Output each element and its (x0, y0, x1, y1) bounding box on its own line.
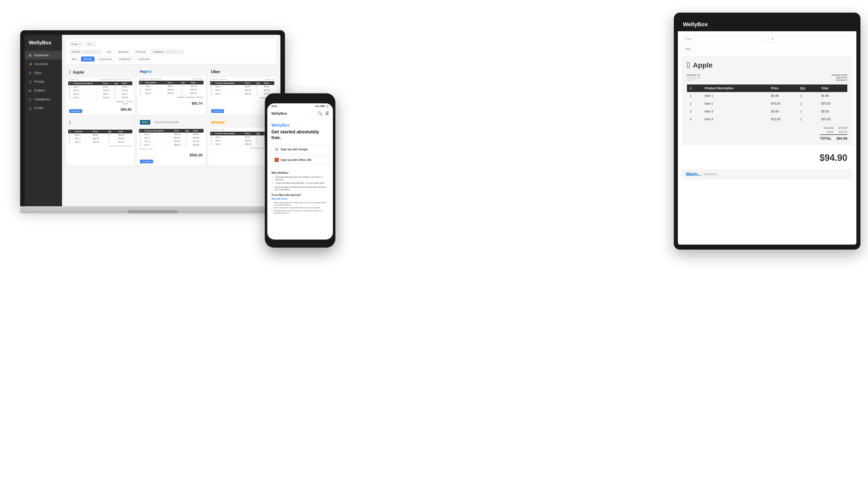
google-icon (275, 147, 279, 151)
filter-bar: From ✕ To ✕ Vendor Enter Vendor ✕ (66, 39, 276, 64)
to-input[interactable]: To ✕ (85, 41, 96, 47)
phone-time: 10:10 (271, 105, 277, 107)
taxes-row: Taxes ... (123, 103, 133, 105)
walmart-brand-label: BRANDING (703, 173, 717, 176)
bullet-icon-3: • (271, 210, 272, 212)
tablet-screen: WellyBox From To Any  Apple (678, 18, 856, 245)
uber-download-button[interactable]: Download (211, 109, 224, 113)
tablet-filter-row: From To (682, 35, 852, 42)
to-label: To (88, 43, 91, 45)
amazon-company: COMPANY NAME (210, 129, 224, 131)
tablet-big-total: $94.90 (682, 148, 852, 167)
tablet-apple-logo-icon:  (687, 61, 690, 70)
phone-menu-icon[interactable]: ☰ (325, 111, 329, 116)
category-placeholder: Select One (166, 50, 178, 53)
table-row: 1Item 1$9.002$18.00 (68, 133, 132, 137)
ikea-logo: IKEA (140, 120, 150, 124)
vendor-clear[interactable]: ✕ (98, 50, 100, 53)
paypal-invoice-info: Invoice details (192, 78, 203, 80)
phone-battery-icon: 🔋 (326, 105, 329, 107)
tablet-walmart-section: Walm... BRANDING (682, 169, 852, 180)
sidebar-item-profile[interactable]: ◎ Profile (25, 104, 62, 113)
tablet-header: WellyBox (678, 18, 856, 31)
sidebar-item-sync[interactable]: ↻ Sync (25, 68, 62, 77)
apple-vendor-name: Apple (73, 70, 84, 75)
sidebar-item-categories[interactable]: ⊙ Categories (25, 95, 62, 104)
category-input[interactable]: Category Select One ✕ (150, 49, 184, 54)
phone-notch (288, 96, 313, 102)
tablet-apple-name: Apple (693, 61, 713, 69)
sync-icon: ↻ (29, 71, 32, 75)
uber-invoice-info: Invoice info (265, 78, 274, 80)
sidebar-entities-label: Entities (34, 89, 45, 92)
vendor-input[interactable]: Vendor Enter Vendor ✕ (69, 49, 102, 54)
from-input[interactable]: From ✕ (69, 41, 83, 47)
phone-tagline: Get started absolutely free. (271, 129, 329, 141)
phone-signal-icon: ●●● (315, 105, 319, 107)
phone-feature-1: ✓ Automatically discover all receipts & … (267, 175, 333, 181)
phone-status-bar: 10:10 ●●● WiFi 🔋 (267, 103, 333, 109)
phone-never-item-2: • Send emails from any emails that you d… (267, 206, 333, 209)
never-item-2-text: Send emails from any emails that you don… (274, 207, 320, 209)
status-irrelevant[interactable]: Irrelevant (135, 56, 152, 62)
col-num: # (68, 81, 73, 85)
paypal-invoice-table: #DescriptionPriceQtyTotal 1Item 1$9.002$… (139, 81, 203, 95)
category-clear[interactable]: ✕ (180, 50, 182, 53)
table-row: 2Item 2$30.001$30.00 (210, 89, 274, 92)
phone: 10:10 ●●● WiFi 🔋 WellyBox 🔍 ☰ WellyBox G… (265, 93, 336, 248)
sidebar-item-entities[interactable]: ◈ Entities (25, 86, 62, 95)
date-filter-row: From ✕ To ✕ (69, 41, 273, 47)
phone-search-icon[interactable]: 🔍 (318, 111, 323, 116)
phone-office-signup-button[interactable]: O Sign Up with Office 365 (271, 156, 329, 164)
status-any[interactable]: Any (69, 56, 79, 62)
sidebar-item-expenses[interactable]: ⊞ Expenses (25, 51, 62, 60)
status-in-process[interactable]: In process (96, 56, 115, 62)
to-clear[interactable]: ✕ (91, 43, 93, 45)
amazon-logo: amazon (211, 120, 225, 124)
tablet-from-input[interactable]: From (682, 35, 766, 42)
filter-tag-personal[interactable]: Personal (133, 50, 148, 54)
ikea-terms: Additional notes (139, 148, 203, 150)
invoice-header-apple:  Apple (66, 67, 134, 78)
tablet-content: From To Any  Apple INVOICE TO Compa (678, 31, 856, 184)
filter-tag-business[interactable]: Business (116, 50, 131, 54)
laptop-base (20, 206, 285, 213)
ikea-download-button[interactable]: Download (140, 160, 153, 163)
phone-home-indicator (288, 241, 313, 243)
status-ready[interactable]: Ready (81, 56, 95, 62)
check-icon-3: ✓ (271, 186, 273, 189)
phone-google-signup-button[interactable]: Sign Up with Google (271, 145, 329, 154)
from-clear[interactable]: ✕ (79, 43, 81, 45)
tablet-col-desc: Product Description (701, 84, 768, 92)
tablet-tag-any[interactable]: Any (682, 45, 694, 52)
paypal-subtotal: Subtotal / Shipping / Discount (177, 96, 203, 99)
phone-bezel: 10:10 ●●● WiFi 🔋 WellyBox 🔍 ☰ WellyBox G… (265, 93, 336, 248)
phone-header-icons: 🔍 ☰ (318, 111, 329, 116)
tablet-invoice-dates: INVOICE DATE DUE DATE INVOICE # (831, 74, 847, 81)
laptop: WellyBox ⊞ Expenses ⚡ Accounts ↻ Sync ◫ … (20, 30, 285, 213)
walmart-logo: Walm... (686, 172, 701, 177)
tablet-invoice-to: INVOICE TO Company nameAddress (687, 74, 701, 81)
col-desc: Product Description (73, 81, 102, 85)
sidebar-categories-label: Categories (34, 97, 50, 101)
vendor-filter-row: Vendor Enter Vendor ✕ Any Business Perso… (69, 49, 273, 54)
invoice-card-ikea: IKEA TAGLINE SPACE HERE #Product Descrip… (137, 118, 205, 166)
grid-icon: ⊞ (29, 53, 32, 57)
category-label: Category (153, 50, 164, 53)
apple-download-button[interactable]: Download (69, 109, 82, 113)
sidebar-item-portals[interactable]: ◫ Portals (25, 77, 62, 86)
table-row: 1Item 1$9.901$4.90 (68, 85, 132, 89)
sidebar: WellyBox ⊞ Expenses ⚡ Accounts ↻ Sync ◫ … (25, 35, 62, 206)
table-row: 1Item 1$9.901$4.90 (687, 92, 847, 100)
sidebar-logo: WellyBox (25, 40, 62, 51)
sidebar-item-accounts[interactable]: ⚡ Accounts (25, 60, 62, 68)
tablet-to-input[interactable]: To (768, 35, 852, 42)
sidebar-expenses-label: Expenses (34, 53, 49, 57)
tablet-invoice-table: # Product Description Price Qty Total 1I… (687, 84, 847, 123)
filter-tag-any[interactable]: Any (104, 50, 114, 54)
link-icon: ⚡ (29, 62, 32, 66)
status-published[interactable]: Published (116, 56, 134, 62)
table-row: 1Item 1$9.002$18.00 (139, 84, 203, 88)
table-row: 2Item 2$55.001$55.00 (139, 136, 203, 140)
sidebar-sync-label: Sync (34, 71, 42, 75)
